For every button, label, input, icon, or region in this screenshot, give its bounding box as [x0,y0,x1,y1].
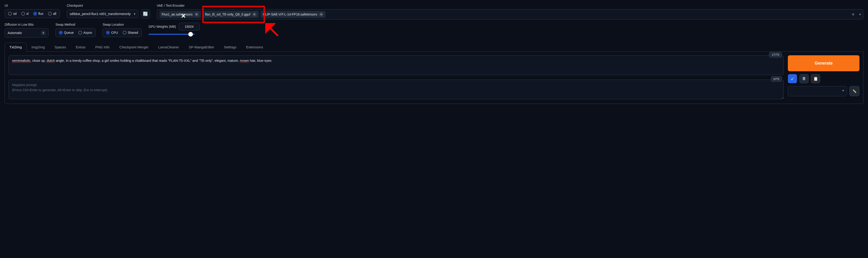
arrow-icon: ↙ [791,76,794,81]
prompt-token-count: 27/75 [769,52,782,57]
ui-radio-group: sd xl flux all [5,9,60,18]
ui-section: UI sd xl flux all [5,4,60,18]
radio-label: Shared [128,31,138,34]
trash-button[interactable]: 🗑 [799,74,809,83]
diffusion-label: Diffusion in Low Bits [5,23,49,26]
swap-location-group: CPU Shared [102,28,142,37]
tab-img2img[interactable]: Img2img [27,42,50,51]
radio-label: xl [26,12,29,16]
tag-remove-icon[interactable]: ✕ [252,12,256,17]
vae-tag-clip: CLIP-SAE-ViT-L-14-FP16.safetensors ✕ [260,11,326,18]
generate-button[interactable]: Generate [788,55,860,71]
radio-label: sd [13,12,17,16]
arrow-button[interactable]: ↙ [788,74,797,83]
gpu-weights-slider[interactable] [149,34,195,35]
swap-location-cpu[interactable]: CPU [105,30,119,35]
tab-checkpoint-merger[interactable]: Checkpoint Merger [114,42,153,51]
main-content: 27/75 semirealistic, close up, dutch ang… [5,52,863,104]
radio-label: Async [84,31,92,34]
diffusion-value: Automatic [8,31,41,35]
tab-lamacleaner[interactable]: LamaCleaner [153,42,184,51]
radio-icon [8,12,12,16]
ui-option-sd[interactable]: sd [7,11,18,17]
gpu-weights-section: GPU Weights (MB) [149,23,199,35]
negative-prompt-textarea[interactable] [8,80,784,99]
radio-icon [59,31,63,34]
chevron-down-icon: ▾ [41,31,45,35]
vae-multiselect[interactable]: Flux1_ae.safetensors ✕ flan_t5_xxl_TE-on… [157,9,863,20]
action-icons: ↙ 🗑 📋 [788,74,860,83]
clipboard-button[interactable]: 📋 [811,74,820,83]
diffusion-dropdown[interactable]: Automatic ▾ [5,28,49,37]
clipboard-icon: 📋 [813,76,818,81]
radio-icon [48,12,52,16]
style-dropdown[interactable]: ▾ [788,86,847,96]
tab-extensions[interactable]: Extensions [241,42,268,51]
clear-all-icon[interactable]: ✕ [851,12,856,17]
pencil-icon: ✏️ [852,89,857,93]
chevron-down-icon: ▾ [134,12,135,16]
gpu-weights-input[interactable] [179,23,199,31]
swap-location-section: Swap Location CPU Shared [102,23,142,37]
ui-option-flux[interactable]: flux [32,11,45,17]
checkpoint-dropdown[interactable]: sd\blue_pencil-flux1-v001_transformeronl… [67,10,138,18]
radio-label: CPU [111,31,118,34]
radio-icon [33,12,37,16]
radio-icon [123,31,126,34]
vae-section: VAE / Text Encoder Flux1_ae.safetensors … [157,4,863,20]
radio-label: all [53,12,56,16]
swap-method-section: Swap Method Queue Async [56,23,96,37]
swap-method-async[interactable]: Async [77,30,94,35]
checkpoint-section: Checkpoint sd\blue_pencil-flux1-v001_tra… [67,4,150,19]
chevron-down-icon: ▾ [842,89,844,94]
vae-label: VAE / Text Encoder [157,4,863,7]
gpu-weights-label: GPU Weights (MB) [149,25,176,28]
tag-remove-icon[interactable]: ✕ [194,12,199,17]
tab-png-info[interactable]: PNG Info [90,42,114,51]
tag-text: Flux1_ae.safetensors [162,12,193,16]
refresh-icon: 🔄 [143,11,148,17]
radio-icon [106,31,110,34]
swap-location-label: Swap Location [102,23,142,26]
radio-label: flux [38,12,43,16]
chevron-down-icon: ▾ [859,12,861,16]
tab-sp-mangaediter[interactable]: SP-MangaEditer [184,42,219,51]
prompt-textarea[interactable]: semirealistic, close up, dutch angle, In… [8,55,784,75]
style-row: ▾ ✏️ [788,86,860,96]
negative-token-count: 0/75 [771,76,782,82]
tab-txt2img[interactable]: Txt2img [5,42,27,52]
main-tabs: Txt2img Img2img Spaces Extras PNG Info C… [5,42,863,52]
tag-remove-icon[interactable]: ✕ [319,12,323,17]
checkpoint-label: Checkpoint [67,4,150,7]
refresh-button[interactable]: 🔄 [141,9,150,19]
ui-option-xl[interactable]: xl [20,11,30,17]
tab-extras[interactable]: Extras [71,42,91,51]
side-column: Generate ↙ 🗑 📋 ▾ ✏️ [788,55,860,100]
swap-method-queue[interactable]: Queue [58,30,75,35]
tag-text: flan_t5_xxl_TE-only_Q8_0.gguf [205,12,250,16]
ui-option-all[interactable]: all [47,11,58,17]
radio-label: Queue [64,31,74,34]
tag-text: CLIP-SAE-ViT-L-14-FP16.safetensors [263,12,317,16]
edit-style-button[interactable]: ✏️ [849,86,860,96]
swap-location-shared[interactable]: Shared [121,30,140,35]
radio-icon [78,31,82,34]
slider-thumb[interactable] [188,32,193,36]
ui-label: UI [5,4,60,7]
diffusion-section: Diffusion in Low Bits Automatic ▾ [5,23,49,37]
tab-settings[interactable]: Settings [219,42,241,51]
trash-icon: 🗑 [802,76,806,81]
prompt-column: 27/75 semirealistic, close up, dutch ang… [8,55,784,100]
tab-spaces[interactable]: Spaces [50,42,71,51]
checkpoint-value: sd\blue_pencil-flux1-v001_transformeronl… [70,12,132,16]
radio-icon [21,12,25,16]
swap-method-group: Queue Async [56,28,96,37]
swap-method-label: Swap Method [56,23,96,26]
vae-tag-flux1-ae: Flux1_ae.safetensors ✕ [159,11,201,18]
vae-tag-flan-t5: flan_t5_xxl_TE-only_Q8_0.gguf ✕ [203,11,259,18]
